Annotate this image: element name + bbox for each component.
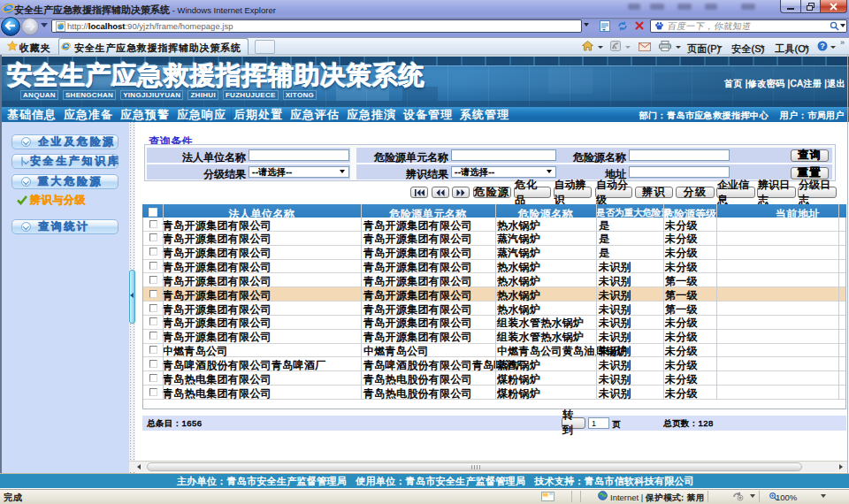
svg-text:?: ? xyxy=(820,42,825,50)
